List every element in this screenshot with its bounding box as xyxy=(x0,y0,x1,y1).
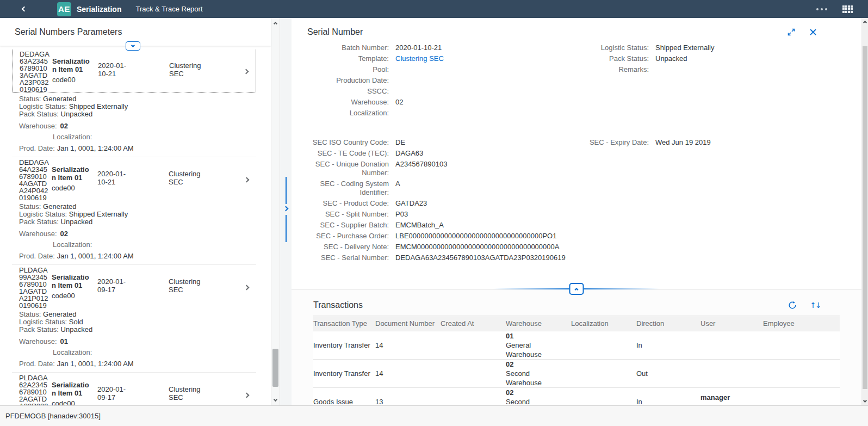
status-label: Status: xyxy=(19,202,41,211)
field-value: 02 xyxy=(395,98,403,107)
master-list-scrollbar xyxy=(271,18,280,405)
item-code: code00 xyxy=(52,184,91,192)
column-header: Document Number xyxy=(375,319,441,328)
field-label: SEC ISO Country Code: xyxy=(307,138,389,147)
transactions-title: Transactions xyxy=(313,300,363,310)
logistic-status-value: Shipped Externally xyxy=(69,210,128,218)
splitter-expand-icon[interactable] xyxy=(283,206,289,212)
list-collapse-button[interactable] xyxy=(126,41,140,51)
enter-fullscreen-button[interactable] xyxy=(786,27,796,37)
field-value: EMCM00000000000000000000000000000000000A xyxy=(395,243,559,251)
item-status-block: Status: Generated Logistic Status: Sold … xyxy=(12,311,237,368)
warehouse-name: General Warehouse xyxy=(506,341,567,359)
status-label: Status: xyxy=(19,310,41,318)
prod-date-label: Prod. Date: xyxy=(19,144,55,152)
sort-button[interactable]: ↑↓ xyxy=(810,300,820,310)
field-label: SEC - Expiry Date: xyxy=(563,138,649,147)
collapse-transactions-button[interactable] xyxy=(569,283,584,295)
back-icon xyxy=(21,7,27,12)
prod-date-label: Prod. Date: xyxy=(19,360,55,368)
scroll-up-arrow[interactable] xyxy=(862,21,868,24)
warehouse-value: 01 xyxy=(60,337,68,345)
panel-splitter[interactable] xyxy=(280,18,292,405)
column-header: Transaction Type xyxy=(313,319,375,328)
list-item[interactable]: PLDAGA62A234567890102AGATDA22P0220190619… xyxy=(12,372,256,405)
warehouse-label: Warehouse: xyxy=(19,230,57,238)
scroll-up-arrow[interactable] xyxy=(271,22,280,25)
field-label: SEC - Delivery Note: xyxy=(307,243,389,251)
warehouse-code: 02 xyxy=(506,388,567,397)
refresh-icon xyxy=(788,301,797,310)
prod-date-value: Jan 1, 0001, 1:24:00 AM xyxy=(57,252,134,260)
warehouse-name: Second Warehouse xyxy=(506,397,567,405)
logistic-status-label: Logistic Status: xyxy=(19,318,67,326)
close-button[interactable] xyxy=(808,27,818,37)
list-item[interactable]: PLDAGA99A234567890101AGATDA21P0120190619… xyxy=(12,264,256,308)
app-window: AE Serialization Track & Trace Report Se… xyxy=(0,0,868,426)
serial-number-text: PLDAGA62A234567890102AGATDA22P0220190619 xyxy=(19,374,49,405)
scroll-down-arrow[interactable] xyxy=(271,398,280,401)
status-value: Generated xyxy=(43,310,76,318)
document-number: 14 xyxy=(375,341,441,349)
pack-status-label: Pack Status: xyxy=(19,110,59,118)
column-header: Employee xyxy=(763,319,840,328)
transactions-section: Transactions ↑↓ Transaction Type Documen… xyxy=(292,289,861,405)
field-value: A234567890103 xyxy=(395,160,447,177)
table-row: Inventory Transfer 14 02Second Warehouse… xyxy=(313,360,840,388)
column-header: Warehouse xyxy=(506,319,571,328)
template-name: Clustering SEC xyxy=(169,374,204,405)
item-code: code00 xyxy=(52,292,91,300)
list-item[interactable]: DEDAGA64A234567890104AGATDA24P0420190619… xyxy=(12,157,256,200)
field-label: SEC - Serial Number: xyxy=(307,254,389,262)
batch-number: 2020-01-09-17 xyxy=(97,267,127,308)
close-icon xyxy=(809,28,817,36)
field-value: Wed Jun 19 2019 xyxy=(655,138,711,147)
logistic-status-label: Logistic Status: xyxy=(19,102,67,110)
pack-status-label: Pack Status: xyxy=(19,218,59,226)
back-button[interactable] xyxy=(18,3,30,15)
app-switcher-icon[interactable] xyxy=(842,5,853,13)
field-value: DE xyxy=(395,138,405,147)
scroll-down-arrow[interactable] xyxy=(862,399,868,402)
user-cell: managermanager xyxy=(700,393,763,406)
prod-date-value: Jan 1, 0001, 1:24:00 AM xyxy=(57,360,134,368)
prod-date-value: Jan 1, 0001, 1:24:00 AM xyxy=(57,144,134,152)
warehouse-value: 02 xyxy=(60,230,68,238)
table-row: Inventory Transfer 14 01General Warehous… xyxy=(313,331,840,360)
item-status-block: Status: Generated Logistic Status: Shipp… xyxy=(12,95,237,152)
chevron-right-icon xyxy=(244,285,250,290)
field-label: Template: xyxy=(307,54,389,63)
column-header: Created At xyxy=(441,319,506,328)
app-logo: AE xyxy=(57,2,71,16)
column-header: User xyxy=(700,319,763,328)
template-link[interactable]: Clustering SEC xyxy=(395,54,444,63)
scrollbar-thumb[interactable] xyxy=(272,349,278,387)
item-name: Serialization Item 01 xyxy=(52,273,89,289)
status-value: Generated xyxy=(43,95,76,103)
detail-title: Serial Number xyxy=(307,27,363,37)
field-label: Remarks: xyxy=(563,65,649,74)
field-label: SSCC: xyxy=(307,87,389,96)
chevron-up-icon xyxy=(574,287,578,291)
shell-bar: AE Serialization Track & Trace Report xyxy=(0,0,868,18)
page-title: Track & Trace Report xyxy=(135,5,202,13)
item-status-block: Status: Generated Logistic Status: Shipp… xyxy=(12,203,237,260)
item-name: Serialization Item 01 xyxy=(52,57,90,73)
column-header: Localization xyxy=(571,319,636,328)
user-code: manager xyxy=(700,393,759,402)
table-row: Goods Issue 13 02Second Warehouse In man… xyxy=(313,388,840,405)
detail-scrollbar xyxy=(861,18,868,405)
item-code: code00 xyxy=(52,399,91,405)
item-code: code00 xyxy=(52,76,91,84)
scrollbar-thumb[interactable] xyxy=(863,46,867,389)
direction-cell: In xyxy=(636,341,700,349)
app-title: Serialization xyxy=(77,5,121,14)
field-value: GATDA23 xyxy=(395,199,427,208)
overflow-menu-icon[interactable] xyxy=(814,6,829,13)
splitter-line xyxy=(584,288,660,289)
list-item[interactable]: DEDAGA63A234567890103AGATDA23P0320190619… xyxy=(12,49,256,92)
pack-status-value: Unpacked xyxy=(61,218,93,226)
warehouse-value: 02 xyxy=(60,122,68,130)
refresh-button[interactable] xyxy=(788,300,797,310)
prod-date-label: Prod. Date: xyxy=(19,252,55,260)
